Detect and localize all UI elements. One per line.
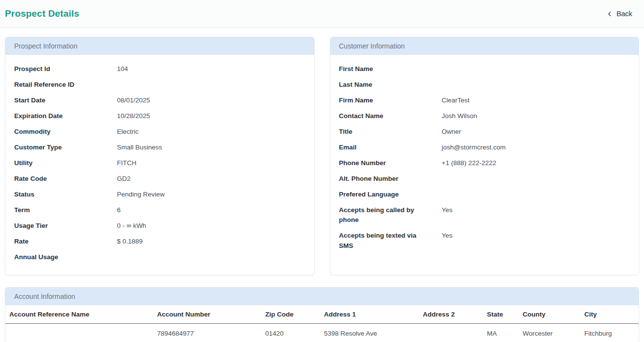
field-row-first-name: First Name [339,61,630,77]
field-label: Start Date [14,96,117,106]
account-column-header: Zip Code [261,305,320,324]
account-cell: Fitchburg [580,324,639,342]
field-row-retail-reference-id: Retail Reference ID [14,77,305,93]
back-button[interactable]: Back [602,7,636,21]
account-header-row: Account Reference NameAccount NumberZip … [5,305,639,324]
account-column-header: City [580,305,639,324]
prospect-information-title: Prospect Information [14,42,77,50]
field-row-email: Emailjosh@stormcrest.com [339,140,630,155]
account-information-title: Account Information [14,293,75,300]
account-cell: 5398 Resolve Ave [320,324,419,342]
info-cards-row: Prospect Information Prospect Id104Retai… [5,37,639,275]
field-value: Pending Review [117,190,165,200]
field-label: Expiration Date [14,111,117,122]
account-table: Account Reference NameAccount NumberZip … [5,305,639,342]
account-row: 7894684977014205398 Resolve AveMAWorcest… [5,324,639,342]
field-row-phone-number: Phone Number+1 (888) 222-2222 [339,155,630,171]
field-value: +1 (888) 222-2222 [442,158,496,169]
field-label: Commodity [14,127,117,137]
topbar: Prospect Details Back [0,0,644,28]
field-value: Owner [442,127,461,137]
customer-information-card: Customer Information First NameLast Name… [330,37,640,275]
main-content: Prospect Information Prospect Id104Retai… [0,28,644,342]
field-row-alt-phone-number: Alt. Phone Number [339,171,630,187]
account-column-header: Account Reference Name [5,305,153,324]
field-label: Utility [14,158,117,169]
field-value: 08/01/2025 [117,96,150,106]
field-value: $ 0.1889 [117,237,143,247]
field-label: Customer Type [14,143,117,153]
account-column-header: Account Number [153,305,261,324]
field-value: 0 - ∞ kWh [117,221,146,231]
field-row-usage-tier: Usage Tier0 - ∞ kWh [14,218,305,234]
field-row-annual-usage: Annual Usage [14,249,305,265]
field-row-last-name: Last Name [339,77,630,93]
field-label: Phone Number [339,158,442,169]
field-label: Email [339,143,442,153]
customer-information-body: First NameLast NameFirm NameClearTestCon… [330,55,639,264]
field-value: 6 [117,205,121,216]
field-label: Usage Tier [14,221,117,231]
field-label: Retail Reference ID [14,80,117,90]
field-label: Contact Name [339,111,442,122]
field-row-term: Term6 [14,202,305,218]
account-cell: MA [483,324,519,342]
account-cell: 01420 [261,324,320,342]
field-row-firm-name: Firm NameClearTest [339,93,630,108]
field-label: Status [14,190,117,200]
field-row-title: TitleOwner [339,124,630,140]
field-row-status: StatusPending Review [14,187,305,202]
field-label: Annual Usage [14,252,117,263]
field-label: Rate Code [14,174,117,184]
field-value: Josh Wilson [442,111,478,122]
field-row-rate-code: Rate CodeGD2 [14,171,305,187]
field-value: FITCH [117,158,137,169]
field-label: Rate [14,237,117,247]
account-cell: Worcester [519,324,580,342]
account-column-header: County [519,305,580,324]
field-row-contact-name: Contact NameJosh Wilson [339,108,630,124]
account-information-header: Account Information [5,288,639,305]
field-label: First Name [339,64,442,74]
field-label: Last Name [339,80,442,90]
field-value: josh@stormcrest.com [442,143,506,153]
field-label: Alt. Phone Number [339,174,442,184]
prospect-information-card: Prospect Information Prospect Id104Retai… [5,37,315,275]
field-row-customer-type: Customer TypeSmall Business [14,140,305,155]
account-column-header: Address 1 [320,305,419,324]
prospect-information-body: Prospect Id104Retail Reference IDStart D… [5,55,314,275]
field-value: Yes [442,231,453,251]
account-information-card: Account Information Account Reference Na… [5,287,639,342]
field-row-rate: Rate$ 0.1889 [14,234,305,249]
field-label: Accepts being called by phone [339,205,442,226]
account-column-header: Address 2 [419,305,483,324]
customer-information-header: Customer Information [330,37,639,55]
field-label: Title [339,127,442,137]
field-value: Yes [442,205,453,226]
field-value: Small Business [117,143,162,153]
back-button-label: Back [617,10,632,18]
field-label: Prefered Language [339,190,442,200]
account-table-head: Account Reference NameAccount NumberZip … [5,305,639,324]
field-row-prefered-language: Prefered Language [339,187,630,202]
field-row-commodity: CommodityElectric [14,124,305,140]
customer-information-title: Customer Information [339,42,405,50]
field-value: ClearTest [442,96,470,106]
prospect-information-header: Prospect Information [5,37,314,55]
account-table-body: 7894684977014205398 Resolve AveMAWorcest… [5,324,639,342]
field-row-start-date: Start Date08/01/2025 [14,93,305,108]
field-row-prospect-id: Prospect Id104 [14,61,305,77]
field-value: 104 [117,64,128,74]
account-cell [5,324,153,342]
account-column-header: State [483,305,519,324]
field-row-expiration-date: Expiration Date10/28/2025 [14,108,305,124]
field-row-accepts-being-called-by-phone: Accepts being called by phoneYes [339,202,630,228]
field-label: Term [14,205,117,216]
account-cell: 7894684977 [153,324,261,342]
field-label: Accepts being texted via SMS [339,231,442,251]
field-value: Electric [117,127,138,137]
field-value: GD2 [117,174,131,184]
field-row-utility: UtilityFITCH [14,155,305,171]
field-label: Firm Name [339,96,442,106]
account-cell [419,324,483,342]
